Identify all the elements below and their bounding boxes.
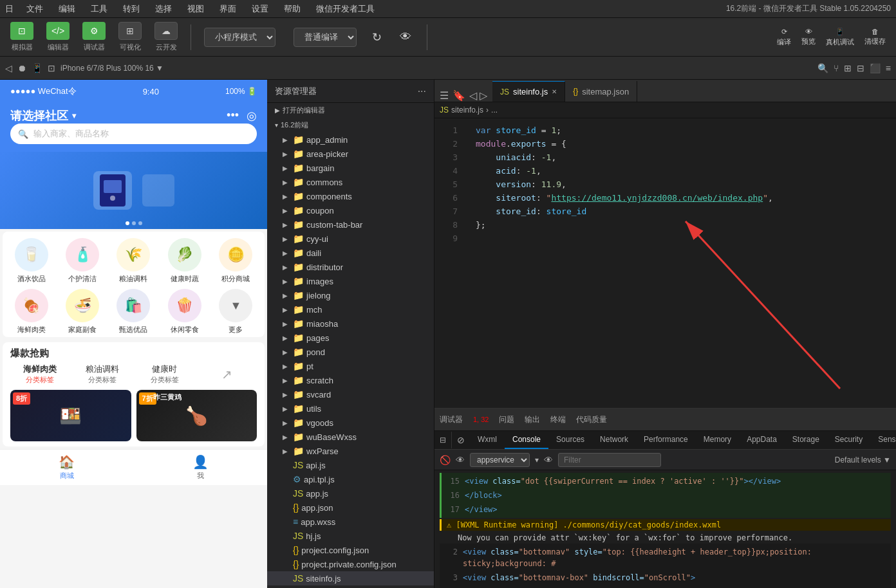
file-project-config[interactable]: {} project.config.json bbox=[267, 543, 434, 557]
folder-custom-tab-bar[interactable]: ▶ 📁 custom-tab-bar bbox=[267, 217, 434, 232]
toolbar2-phone-icon[interactable]: 📱 bbox=[32, 63, 42, 73]
devtools-output[interactable]: 输出 bbox=[525, 414, 540, 425]
preview-button[interactable]: 👁 预览 bbox=[801, 28, 816, 46]
toolbar2-back-icon[interactable]: ◁ bbox=[5, 63, 12, 73]
folder-utils[interactable]: ▶ 📁 utils bbox=[267, 401, 434, 416]
mode-select[interactable]: 小程序模式 bbox=[204, 28, 275, 47]
debugger-tool[interactable]: ⚙ 调试器 bbox=[82, 22, 106, 52]
editor-tab-sitemap[interactable]: {} sitemap.json bbox=[565, 81, 637, 102]
category-item-1[interactable]: 🥛 酒水饮品 bbox=[8, 238, 55, 284]
simulator-tool[interactable]: ⊡ 模拟器 bbox=[10, 22, 33, 52]
folder-components[interactable]: ▶ 📁 components bbox=[267, 189, 434, 203]
cloud-button[interactable]: ☁ bbox=[154, 22, 178, 40]
file-app-json[interactable]: {} app.json bbox=[267, 501, 434, 515]
console-down-arrow[interactable]: ▾ bbox=[535, 455, 539, 464]
file-api-tpl-js[interactable]: ⚙ api.tpl.js bbox=[267, 472, 434, 486]
devtools-tab-console[interactable]: Console bbox=[505, 431, 548, 449]
folder-vgoods[interactable]: ▶ 📁 vgoods bbox=[267, 416, 434, 430]
debugger-button[interactable]: ⚙ bbox=[82, 22, 106, 40]
editor-tool[interactable]: </> 编辑器 bbox=[46, 22, 70, 52]
console-eye-icon[interactable]: 👁 bbox=[456, 455, 465, 465]
hot-label-4[interactable]: ↗ bbox=[197, 363, 257, 385]
category-item-3[interactable]: 🌾 粮油调料 bbox=[110, 238, 157, 284]
folder-images[interactable]: ▶ 📁 images bbox=[267, 274, 434, 288]
compile-button[interactable]: ⟳ 编译 bbox=[777, 28, 791, 47]
appservice-select[interactable]: appservice bbox=[470, 453, 530, 467]
toolbar2-split-icon[interactable]: ⊟ bbox=[857, 63, 864, 73]
filetree-more-icon[interactable]: ··· bbox=[418, 86, 426, 97]
folder-wxParse[interactable]: ▶ 📁 wxParse bbox=[267, 444, 434, 458]
phone-dots-icon[interactable]: ••• bbox=[227, 109, 239, 123]
console-eye-btn[interactable]: 👁 bbox=[544, 455, 553, 465]
hot-label-3[interactable]: 健康时 分类标签 bbox=[135, 363, 195, 385]
toolbar2-git-icon[interactable]: ⑂ bbox=[834, 63, 839, 73]
devtools-tab-security[interactable]: Security bbox=[827, 431, 870, 449]
editor-tab-siteinfo[interactable]: JS siteinfo.js ✕ bbox=[492, 81, 565, 102]
toolbar2-term-icon[interactable]: ⬛ bbox=[870, 63, 881, 73]
file-api-js[interactable]: JS api.js bbox=[267, 458, 434, 472]
toolbar2-grid-icon[interactable]: ⊞ bbox=[844, 63, 852, 73]
category-item-5[interactable]: 🪙 积分商城 bbox=[212, 238, 259, 284]
editor-tab-actions[interactable]: ☰ 🔖 ◁ ▷ bbox=[434, 89, 492, 102]
cache-button[interactable]: 🗑 清缓存 bbox=[864, 28, 886, 46]
devtools-resize-icon[interactable]: ⊟ bbox=[434, 432, 452, 448]
folder-bargain[interactable]: ▶ 📁 bargain bbox=[267, 161, 434, 175]
file-app-js[interactable]: JS app.js bbox=[267, 486, 434, 501]
file-app-wxss[interactable]: ≡ app.wxss bbox=[267, 515, 434, 529]
devtools-tab-performance[interactable]: Performance bbox=[636, 431, 696, 449]
folder-cyy-ui[interactable]: ▶ 📁 cyy-ui bbox=[267, 232, 434, 246]
menu-settings[interactable]: 设置 bbox=[249, 2, 271, 16]
back-icon[interactable]: ◁ bbox=[469, 89, 477, 102]
devtools-tab-memory[interactable]: Memory bbox=[696, 431, 739, 449]
file-siteinfo-js[interactable]: JS siteinfo.js bbox=[267, 571, 434, 585]
code-editor[interactable]: var store_id = 1; module.exports = { uni… bbox=[465, 118, 896, 408]
phone-scan-icon[interactable]: ◎ bbox=[247, 109, 257, 123]
menu-select[interactable]: 选择 bbox=[153, 2, 174, 16]
devtools-terminal[interactable]: 终端 bbox=[550, 414, 566, 425]
toolbar2-search-icon[interactable]: 🔍 bbox=[817, 63, 828, 73]
phone-search-bar[interactable]: 🔍 输入商家、商品名称 bbox=[10, 124, 257, 144]
product-card-2[interactable]: 🍗 7折 昨三黄鸡 bbox=[136, 390, 257, 441]
menu-interface[interactable]: 界面 bbox=[217, 2, 239, 16]
category-item-2[interactable]: 🧴 个护清洁 bbox=[59, 238, 106, 284]
devtools-tab-appdata[interactable]: AppData bbox=[739, 431, 785, 449]
hot-label-1[interactable]: 海鲜肉类 分类标签 bbox=[10, 363, 70, 385]
category-item-9[interactable]: 🍿 休闲零食 bbox=[161, 289, 208, 335]
folder-mch[interactable]: ▶ 📁 mch bbox=[267, 302, 434, 317]
forward-icon[interactable]: ▷ bbox=[480, 89, 487, 102]
tab-close-icon[interactable]: ✕ bbox=[552, 88, 557, 95]
folder-coupon[interactable]: ▶ 📁 coupon bbox=[267, 203, 434, 217]
project-root[interactable]: ▾ 16.2前端 bbox=[267, 118, 434, 133]
devtools-tab-sources[interactable]: Sources bbox=[548, 431, 592, 449]
console-clear-icon[interactable]: 🚫 bbox=[440, 455, 451, 465]
folder-pt[interactable]: ▶ 📁 pt bbox=[267, 359, 434, 373]
visible-tool[interactable]: ⊞ 可视化 bbox=[118, 22, 142, 52]
open-editors-section[interactable]: ▶ 打开的编辑器 bbox=[267, 103, 434, 118]
folder-distributor[interactable]: ▶ 📁 distributor bbox=[267, 260, 434, 274]
cloud-tool[interactable]: ☁ 云开发 bbox=[154, 22, 178, 52]
devtools-tab-storage[interactable]: Storage bbox=[785, 431, 827, 449]
preview-eye-button[interactable]: 👁 bbox=[397, 28, 414, 46]
devtools-stop-icon[interactable]: ⊘ bbox=[452, 431, 470, 449]
product-card-1[interactable]: 🍱 8折 bbox=[10, 390, 131, 441]
nav-item-me[interactable]: 👤 我 bbox=[134, 454, 268, 481]
share-icon[interactable]: ↗ bbox=[221, 367, 232, 382]
devtools-tab-sensor[interactable]: Sensor bbox=[870, 431, 896, 449]
folder-daili[interactable]: ▶ 📁 daili bbox=[267, 246, 434, 260]
devtools-tab-network[interactable]: Network bbox=[592, 431, 636, 449]
category-item-4[interactable]: 🥬 健康时蔬 bbox=[161, 238, 208, 284]
file-sitemap-json[interactable]: {} sitemap.json bbox=[267, 585, 434, 588]
file-hj-js[interactable]: JS hj.js bbox=[267, 529, 434, 543]
category-item-7[interactable]: 🍜 家庭副食 bbox=[59, 289, 106, 335]
category-item-more[interactable]: ▼ 更多 bbox=[212, 289, 259, 335]
folder-pond[interactable]: ▶ 📁 pond bbox=[267, 345, 434, 359]
folder-scratch[interactable]: ▶ 📁 scratch bbox=[267, 373, 434, 387]
hot-label-2[interactable]: 粮油调料 分类标签 bbox=[73, 363, 133, 385]
filetree-scroll[interactable]: ▶ 打开的编辑器 ▾ 16.2前端 ▶ 📁 app_admin ▶ 📁 bbox=[267, 103, 434, 588]
menu-help[interactable]: 帮助 bbox=[281, 2, 303, 16]
folder-jielong[interactable]: ▶ 📁 jielong bbox=[267, 288, 434, 302]
toolbar2-record-icon[interactable]: ⏺ bbox=[17, 63, 26, 73]
menu-file[interactable]: 文件 bbox=[24, 2, 46, 16]
devtools-problems[interactable]: 问题 bbox=[499, 414, 514, 425]
folder-commons[interactable]: ▶ 📁 commons bbox=[267, 175, 434, 189]
